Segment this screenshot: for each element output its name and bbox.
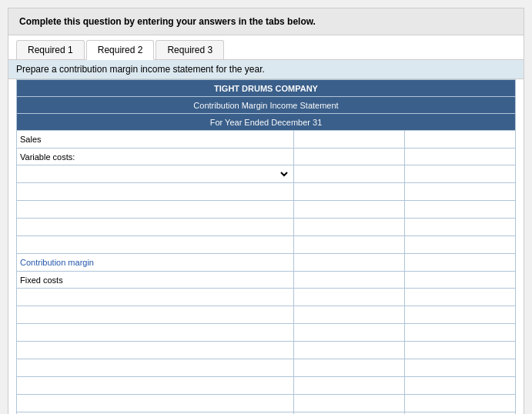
fc4-input2[interactable] [405, 342, 516, 359]
fc1-input1[interactable] [294, 289, 405, 306]
vc-input2[interactable] [405, 165, 516, 183]
sales-value1[interactable] [297, 132, 401, 146]
vc3-value1[interactable] [297, 202, 401, 216]
vc-value1[interactable] [297, 167, 401, 181]
vc-select[interactable] [20, 167, 290, 181]
vc2-value2[interactable] [408, 185, 512, 199]
vc4-value1[interactable] [297, 220, 401, 234]
fc7-label[interactable] [20, 396, 290, 410]
fc3-input1[interactable] [294, 324, 405, 342]
vc4-input1[interactable] [294, 219, 405, 236]
fc3-value2[interactable] [408, 326, 512, 339]
fc4-label-cell[interactable] [17, 342, 294, 359]
table-row: Contribution margin [17, 254, 516, 272]
fc5-value2[interactable] [408, 361, 512, 375]
vc2-label[interactable] [20, 185, 290, 199]
cm-input1[interactable] [294, 254, 405, 272]
fc5-label[interactable] [20, 361, 290, 375]
vc4-input2[interactable] [405, 219, 516, 236]
vc4-value2[interactable] [408, 220, 512, 234]
income-table: TIGHT DRUMS COMPANY Contribution Margin … [16, 79, 516, 414]
vc5-label-cell[interactable] [17, 236, 294, 254]
fc2-value2[interactable] [408, 308, 512, 322]
tab-required3[interactable]: Required 3 [156, 40, 224, 59]
fc6-label-cell[interactable] [17, 377, 294, 395]
contribution-margin-label: Contribution margin [17, 254, 294, 272]
cm-value2[interactable] [408, 255, 512, 269]
cm-value1[interactable] [297, 255, 401, 269]
vc-input1[interactable] [294, 165, 405, 183]
fc7-value2[interactable] [408, 396, 512, 410]
vc-select-cell[interactable] [17, 165, 294, 183]
company-name: TIGHT DRUMS COMPANY [17, 80, 516, 97]
vc5-label[interactable] [20, 238, 290, 252]
vc3-value2[interactable] [408, 202, 512, 216]
vc2-value1[interactable] [297, 185, 401, 199]
instruction-bar: Complete this question by entering your … [8, 8, 524, 35]
fc4-input1[interactable] [294, 342, 405, 359]
vc2-input2[interactable] [405, 183, 516, 201]
fc6-input1[interactable] [294, 377, 405, 395]
fc6-label[interactable] [20, 379, 290, 392]
vc-value2[interactable] [408, 167, 512, 181]
fc3-value1[interactable] [297, 326, 401, 339]
fc7-input1[interactable] [294, 395, 405, 412]
table-row [17, 342, 516, 359]
fc2-label-cell[interactable] [17, 306, 294, 324]
sales-value2[interactable] [408, 132, 512, 146]
vc5-value1[interactable] [297, 238, 401, 252]
fc5-label-cell[interactable] [17, 359, 294, 377]
sales-input2[interactable] [405, 131, 516, 149]
vc3-input2[interactable] [405, 201, 516, 219]
vc5-input2[interactable] [405, 236, 516, 254]
fc7-value1[interactable] [297, 396, 401, 410]
table-row: Fixed costs [17, 272, 516, 289]
fc2-input1[interactable] [294, 306, 405, 324]
fc2-value1[interactable] [297, 308, 401, 322]
fc4-label[interactable] [20, 343, 290, 357]
fc4-value2[interactable] [408, 343, 512, 357]
fc6-value2[interactable] [408, 379, 512, 392]
fc6-value1[interactable] [297, 379, 401, 392]
fc5-input1[interactable] [294, 359, 405, 377]
fc1-label-cell[interactable] [17, 289, 294, 306]
fc1-input2[interactable] [405, 289, 516, 306]
fc5-input2[interactable] [405, 359, 516, 377]
fc1-value1[interactable] [297, 290, 401, 304]
fc3-label-cell[interactable] [17, 324, 294, 342]
fc1-value2[interactable] [408, 290, 512, 304]
vc5-input1[interactable] [294, 236, 405, 254]
table-row [17, 324, 516, 342]
tab-required2[interactable]: Required 2 [86, 40, 155, 60]
cm-input2[interactable] [405, 254, 516, 272]
fc6-input2[interactable] [405, 377, 516, 395]
fc4-value1[interactable] [297, 343, 401, 357]
fc3-label[interactable] [20, 326, 290, 339]
tab-required1[interactable]: Required 1 [16, 40, 85, 59]
table-row [17, 183, 516, 201]
table-row [17, 236, 516, 254]
sales-label: Sales [17, 131, 294, 149]
vc4-label[interactable] [20, 220, 290, 234]
table-row [17, 377, 516, 395]
vc3-label[interactable] [20, 202, 290, 216]
fc7-label-cell[interactable] [17, 395, 294, 412]
fc2-label[interactable] [20, 308, 290, 322]
vc4-label-cell[interactable] [17, 219, 294, 236]
vc5-value2[interactable] [408, 238, 512, 252]
section-label-text: Prepare a contribution margin income sta… [16, 64, 265, 75]
vc3-label-cell[interactable] [17, 201, 294, 219]
fc3-input2[interactable] [405, 324, 516, 342]
vc2-label-cell[interactable] [17, 183, 294, 201]
vc3-input1[interactable] [294, 201, 405, 219]
sales-input1[interactable] [294, 131, 405, 149]
vc2-input1[interactable] [294, 183, 405, 201]
table-container: TIGHT DRUMS COMPANY Contribution Margin … [8, 79, 524, 414]
fc2-input2[interactable] [405, 306, 516, 324]
statement-title: Contribution Margin Income Statement [17, 97, 516, 114]
fc7-input2[interactable] [405, 395, 516, 412]
table-row [17, 201, 516, 219]
fc5-value1[interactable] [297, 361, 401, 375]
table-row [17, 165, 516, 183]
fc1-label[interactable] [20, 290, 290, 304]
